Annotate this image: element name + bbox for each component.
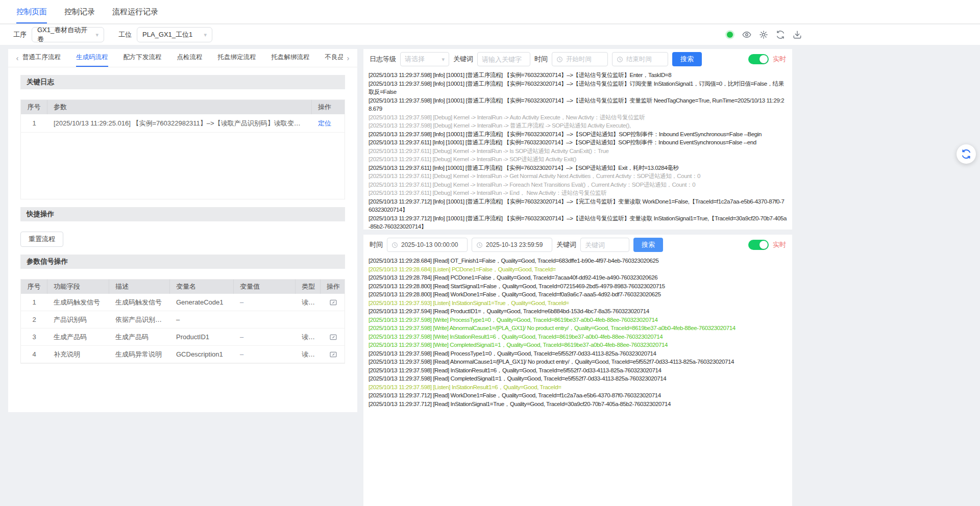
flow-tab[interactable]: 点检流程 (177, 49, 203, 67)
clock-icon (476, 242, 483, 248)
chevron-down-icon: ▾ (442, 57, 445, 62)
process-label: 工序 (13, 30, 27, 39)
flow-tab[interactable]: 托盘解绑流程 (272, 49, 310, 67)
param-type: 读写 (296, 350, 321, 359)
log-time-label: 时间 (534, 55, 548, 64)
log-realtime-toggle[interactable] (748, 54, 769, 64)
log-search-button[interactable]: 搜索 (672, 52, 702, 66)
edit-signal-icon[interactable] (329, 350, 337, 359)
param-var-name: GCDescription1 (170, 350, 234, 358)
eye-icon[interactable] (742, 30, 751, 39)
log-end-time-field[interactable] (626, 56, 664, 63)
top-nav-tab[interactable]: 流程运行记录 (112, 0, 158, 23)
panel-divider (363, 230, 792, 235)
column-header: 操作 (312, 100, 345, 114)
flow-tab[interactable]: 生成码流程 (76, 49, 108, 67)
log-line: [2025/10/13 11:29:37.598] [Info] [10001]… (369, 71, 787, 80)
key-log-table-body: 1 [2025/10/13 11:29:25.016] 【实例=76032298… (21, 114, 345, 199)
log-keyword-label: 关键词 (453, 55, 473, 64)
trace-start-time-input[interactable] (387, 238, 468, 252)
refresh-fab-button[interactable] (957, 144, 976, 164)
toolbar-icons (727, 24, 802, 45)
param-signal-row: 3 生成产品码 生成产品码 ProductID1 – 读写 (21, 328, 345, 346)
tag-trace-filter-bar: 时间 关键词 搜索 实时 (363, 235, 792, 255)
key-log-message: [2025/10/13 11:29:25.016] 【实例=7603229823… (47, 119, 312, 128)
trace-realtime-label: 实时 (773, 240, 786, 249)
param-var-name: ProductID1 (170, 333, 234, 341)
tag-trace-list[interactable]: [2025/10/13 11:29:28.684] [Read] OT_Fini… (363, 255, 792, 506)
process-select[interactable]: GX1_卷材自动开卷 ▾ (32, 27, 104, 42)
scroll-left-icon[interactable]: ‹ (12, 49, 22, 67)
column-header: 变量值 (234, 280, 296, 294)
log-line: [2025/10/13 11:29:37.712] [Info] [10001]… (369, 214, 787, 230)
flow-control-panel: ‹ 普通工序流程 生成码流程 配方下发流程 点检流 (8, 49, 357, 412)
trace-line: [2025/10/13 11:29:37.598] [Write] Comple… (369, 341, 787, 349)
station-label: 工位 (118, 30, 132, 39)
trace-realtime-toggle[interactable] (748, 240, 769, 250)
flow-tab[interactable]: 配方下发流程 (124, 49, 162, 67)
trace-search-button[interactable]: 搜索 (633, 238, 663, 252)
app-root: 控制页面 控制记录 流程运行记录 工序 GX1_卷材自动开卷 ▾ 工位 PLA_… (0, 0, 980, 506)
row-index: 1 (21, 119, 47, 127)
log-line: [2025/10/13 11:29:37.598] [Debug] Kernel… (369, 113, 787, 122)
column-header: 功能字段 (47, 280, 109, 294)
log-line: [2025/10/13 11:29:37.712] [Info] [10001]… (369, 197, 787, 214)
top-nav-tab[interactable]: 控制记录 (64, 0, 95, 23)
locate-link[interactable]: 定位 (318, 119, 331, 127)
param-desc: 生成产品码 (109, 333, 170, 342)
flow-tab-label: 点检流程 (177, 53, 203, 62)
log-line: [2025/10/13 11:29:37.611] [Debug] Kernel… (369, 172, 787, 181)
trace-start-time-field[interactable] (401, 241, 463, 248)
trace-end-time-field[interactable] (486, 241, 548, 248)
edit-signal-icon[interactable] (329, 333, 337, 341)
log-line: [2025/10/13 11:29:37.611] [Debug] Kernel… (369, 181, 787, 189)
trace-line: [2025/10/13 11:29:37.593] [Listen] InSta… (369, 299, 787, 308)
flow-tab-label: 不良品自动返 (325, 53, 344, 62)
edit-signal-icon[interactable] (329, 298, 337, 307)
trace-line: [2025/10/13 11:29:37.598] [Read] Complet… (369, 374, 787, 383)
log-level-select[interactable]: 请选择 ▾ (400, 52, 449, 66)
log-line: [2025/10/13 11:29:37.611] [Info] [10001]… (369, 138, 787, 147)
trace-end-time-input[interactable] (472, 238, 552, 252)
key-log-table: 序号 参数 操作 1 [2025/10/13 11:29:25.016] 【实例… (20, 99, 345, 199)
process-select-value: GX1_卷材自动开卷 (37, 26, 91, 44)
log-line: [2025/10/13 11:29:37.598] [Info] [10001]… (369, 96, 787, 113)
flow-tab-label: 生成码流程 (76, 53, 108, 62)
settings-gear-icon[interactable] (759, 30, 768, 39)
trace-line: [2025/10/13 11:29:37.712] [Read] InStati… (369, 400, 787, 409)
trace-line: [2025/10/13 11:29:37.598] [Write] Proces… (369, 316, 787, 324)
trace-line: [2025/10/13 11:29:37.598] [Listen] InSta… (369, 383, 787, 392)
log-start-time-input[interactable] (552, 52, 608, 66)
row-index: 1 (21, 298, 47, 306)
toolbar: 工序 GX1_卷材自动开卷 ▾ 工位 PLA_GX1_工位1 ▾ (0, 24, 980, 45)
process-log-list[interactable]: [2025/10/13 11:29:37.598] [Info] [10001]… (363, 69, 792, 230)
download-icon[interactable] (793, 30, 802, 39)
row-index: 2 (21, 316, 47, 323)
log-start-time-field[interactable] (566, 56, 603, 63)
param-signal-table-body: 1 生成码触发信号 生成码触发信号 GenerateCode1 – 读写 2 产… (21, 294, 345, 363)
param-var-value: – (234, 333, 296, 341)
param-var-name: – (170, 316, 234, 323)
param-field: 生成产品码 (47, 333, 109, 342)
key-log-table-header: 序号 参数 操作 (21, 100, 345, 114)
param-var-name: GenerateCode1 (170, 298, 234, 306)
top-nav-tab[interactable]: 控制页面 (16, 0, 47, 23)
param-signal-table: 序号 功能字段 描述 变量名 变量值 类型 操作 1 生成码触发信号 生成码触发… (20, 279, 345, 364)
log-end-time-input[interactable] (612, 52, 668, 66)
flow-tab[interactable]: 普通工序流程 (22, 49, 61, 67)
sync-icon[interactable] (776, 30, 785, 39)
param-signal-row: 2 产品识别码 依据产品识别码... – (21, 311, 345, 328)
quick-ops-section-title: 快捷操作 (20, 207, 345, 221)
clock-icon (617, 56, 623, 63)
station-select[interactable]: PLA_GX1_工位1 ▾ (137, 27, 212, 42)
flow-tab[interactable]: 不良品自动返 (325, 49, 344, 67)
top-nav-tab-label: 流程运行记录 (112, 7, 158, 17)
reset-flow-button[interactable]: 重置流程 (20, 232, 63, 247)
param-desc: 依据产品识别码... (109, 315, 170, 324)
scroll-right-icon[interactable]: › (343, 49, 353, 67)
trace-keyword-input[interactable] (580, 238, 629, 252)
flow-tab[interactable]: 托盘绑定流程 (218, 49, 256, 67)
row-index: 3 (21, 333, 47, 341)
log-keyword-input[interactable] (477, 52, 530, 66)
log-panel: 日志等级 请选择 ▾ 关键词 时间 搜索 实时 [2025/ (363, 49, 792, 506)
